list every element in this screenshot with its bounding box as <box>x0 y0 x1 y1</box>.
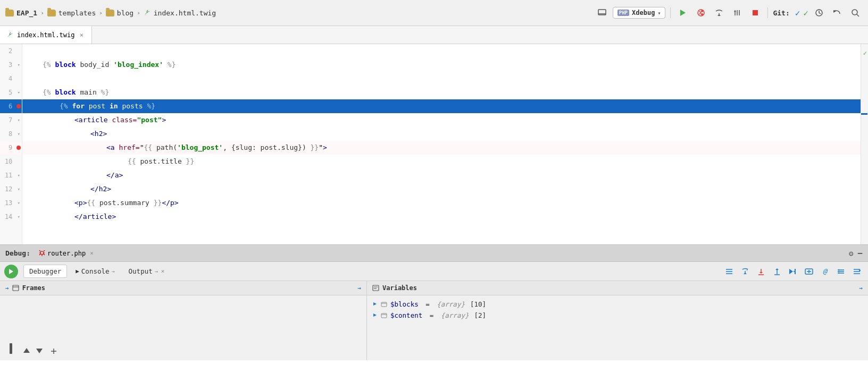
evaluate-expression-button[interactable] <box>802 265 816 278</box>
line-num-12: 12 <box>0 185 15 193</box>
collapse-8[interactable]: ▾ <box>15 131 22 137</box>
line-num-6: 6 <box>0 103 15 110</box>
collapse-13[interactable]: ▾ <box>15 200 22 206</box>
stop-button[interactable] <box>748 5 763 20</box>
tab-console-label: Console <box>81 267 110 275</box>
output-arrow-icon: → <box>155 268 158 274</box>
svg-marker-50 <box>36 349 43 353</box>
variables-header: Variables → <box>367 281 868 295</box>
watch-button[interactable]: @ <box>818 265 832 278</box>
gutter-2 <box>15 49 22 53</box>
gutter-row-8: 8 ▾ <box>0 127 22 141</box>
screen-layout-button[interactable] <box>595 5 610 20</box>
gutter-9-bp[interactable] <box>15 146 22 150</box>
gutter-row-2: 2 <box>0 44 22 58</box>
xdebug-dropdown[interactable]: PHP Xdebug ▾ <box>613 7 666 19</box>
line-numbers-gutter: 2 3 ▾ 4 5 ▾ 6 <box>0 44 22 244</box>
code-editor[interactable]: 2 3 ▾ 4 5 ▾ 6 <box>0 44 868 244</box>
step-out-debug-button[interactable] <box>770 265 784 278</box>
twig-file-icon <box>144 9 151 16</box>
breadcrumb: EAP_1 › templates › blog › index.html.tw… <box>5 9 216 17</box>
code-line-2 <box>22 44 868 58</box>
down-arrow-button[interactable] <box>35 346 44 357</box>
code-line-3: {% block body_id 'blog_index' %} <box>22 58 868 72</box>
git-change-indicator-green: ✓ <box>863 49 867 57</box>
var-row-blocks[interactable]: $blocks = {array} [10] <box>372 299 863 310</box>
code-content[interactable]: {% block body_id 'blog_index' %} {% bloc… <box>22 44 868 244</box>
console-icon: ▶ <box>76 268 79 275</box>
collapse-3[interactable]: ▾ <box>15 62 22 67</box>
undo-button[interactable] <box>830 5 845 20</box>
expand-all-button[interactable] <box>850 265 864 278</box>
project-folder[interactable]: EAP_1 <box>5 9 37 17</box>
output-close-icon[interactable]: × <box>161 268 165 275</box>
tab-index-html-twig[interactable]: index.html.twig × <box>0 26 92 44</box>
frames-label: Frames <box>22 284 45 292</box>
debug-file-close[interactable]: × <box>90 250 94 257</box>
svg-marker-19 <box>9 269 13 274</box>
svg-marker-26 <box>760 272 763 274</box>
step-over-debug-button[interactable] <box>738 265 752 278</box>
gutter-dot-2 <box>16 49 21 53</box>
history-button[interactable] <box>812 5 827 20</box>
var-icon-content <box>381 313 387 318</box>
collapse-7[interactable]: ▾ <box>15 117 22 123</box>
tab-console[interactable]: ▶ Console → <box>70 265 120 277</box>
xdebug-chevron-icon: ▾ <box>657 10 661 16</box>
resume-button[interactable] <box>4 265 18 278</box>
svg-marker-29 <box>775 268 779 270</box>
file-breadcrumb[interactable]: index.html.twig <box>144 9 216 17</box>
run-button[interactable] <box>675 5 690 20</box>
gutter-6-bp[interactable] <box>15 104 22 108</box>
sorted-list-button[interactable]: 123 <box>834 265 848 278</box>
show-all-threads-button[interactable] <box>722 265 736 278</box>
up-arrow-button[interactable] <box>22 346 31 357</box>
frames-header: → Frames → <box>0 281 366 295</box>
step-into-debug-button[interactable] <box>754 265 768 278</box>
debug-toolbar: @ 123 <box>722 265 864 278</box>
gutter-row-11: 11 ▾ <box>0 168 22 182</box>
gutter-row-9: 9 <box>0 141 22 155</box>
line-num-7: 7 <box>0 116 15 124</box>
search-button[interactable] <box>848 5 863 20</box>
collapse-14[interactable]: ▾ <box>15 214 22 219</box>
pause-button[interactable] <box>5 343 16 357</box>
threads-button[interactable] <box>730 5 745 20</box>
run-to-cursor-button[interactable] <box>786 265 800 278</box>
debug-title: Debug: <box>5 249 30 257</box>
tab-close-button[interactable]: × <box>78 31 85 39</box>
templates-folder[interactable]: templates <box>47 9 96 17</box>
blog-folder-name: blog <box>117 9 133 17</box>
folder-icon <box>5 10 14 16</box>
toolbar-sep-1 <box>670 7 671 18</box>
svg-line-16 <box>39 250 40 251</box>
collapse-11[interactable]: ▾ <box>15 173 22 178</box>
code-line-12: </h2> <box>22 182 868 196</box>
var-row-content[interactable]: $content = {array} [2] <box>372 310 863 321</box>
debug-minimize-button[interactable]: − <box>857 248 863 258</box>
debug-file-tab[interactable]: router.php × <box>35 249 98 258</box>
editor-scrollbar[interactable]: ✓ <box>861 44 868 244</box>
project-name: EAP_1 <box>16 9 37 17</box>
debug-button[interactable] <box>694 5 708 20</box>
code-line-8: <h2> <box>22 127 868 141</box>
code-line-6: {% for post in posts %} <box>22 99 868 113</box>
debug-main-content: → Frames → <box>0 281 868 360</box>
tab-debugger[interactable]: Debugger <box>23 265 67 278</box>
svg-marker-6 <box>717 14 721 16</box>
var-icon-blocks <box>381 302 387 307</box>
tab-output[interactable]: Output → × <box>123 265 170 277</box>
blog-folder[interactable]: blog <box>106 9 133 17</box>
frames-icon <box>12 285 19 291</box>
collapse-12[interactable]: ▾ <box>15 186 22 192</box>
var-expand-content[interactable] <box>372 311 378 319</box>
svg-marker-49 <box>23 348 30 353</box>
debug-settings-button[interactable]: ⚙ <box>849 249 853 258</box>
var-name-blocks: $blocks <box>390 300 419 308</box>
collapse-5[interactable]: ▾ <box>15 90 22 95</box>
code-line-9: <a href="{{ path('blog_post', {slug: pos… <box>22 141 868 155</box>
add-watch-button[interactable] <box>50 347 57 357</box>
var-expand-blocks[interactable] <box>372 300 378 308</box>
code-line-5: {% block main %} <box>22 86 868 99</box>
step-over-button[interactable] <box>712 5 727 20</box>
